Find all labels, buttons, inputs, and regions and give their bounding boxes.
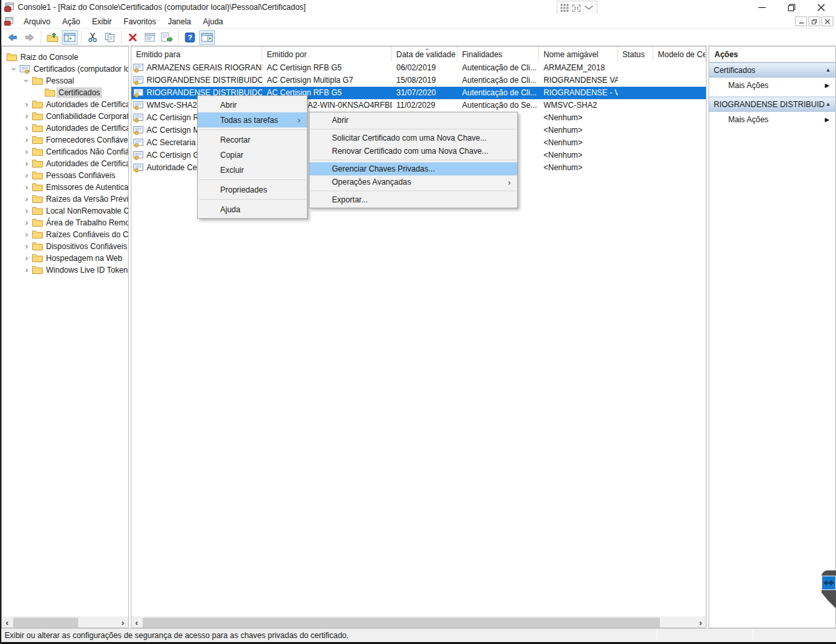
context-menu-item[interactable]: Ajuda — [198, 202, 307, 217]
menu-bar-item[interactable]: Arquivo — [18, 17, 57, 26]
scrollbar-thumb[interactable] — [13, 618, 78, 628]
tree-expander-icon[interactable] — [21, 134, 32, 146]
tree-expander-icon[interactable] — [21, 99, 32, 110]
submenu-item[interactable]: Renovar Certificado com uma Nova Chave..… — [310, 145, 517, 158]
submenu-item[interactable]: Abrir — [310, 114, 517, 127]
tree-item[interactable]: Raízes da Versão Prévia — [2, 193, 128, 205]
list-horizontal-scrollbar[interactable]: ‹ › — [131, 616, 706, 628]
tree-expander-icon[interactable] — [21, 146, 32, 158]
actions-section-header-certificados[interactable]: Certificados ▲ — [709, 62, 835, 78]
column-header[interactable]: Finalidades — [457, 47, 539, 62]
column-header[interactable]: Nome amigável — [539, 47, 618, 62]
chevron-down-icon[interactable] — [584, 5, 593, 11]
delete-button[interactable] — [125, 30, 141, 45]
scroll-left-icon[interactable]: ‹ — [131, 617, 142, 628]
child-close-button[interactable] — [822, 16, 833, 26]
help-button[interactable]: ? — [182, 30, 198, 45]
tree-expander-icon[interactable] — [21, 110, 32, 122]
submenu-item[interactable]: Exportar... — [310, 193, 517, 206]
submenu-item[interactable]: Solicitar Certificado com uma Nova Chave… — [310, 131, 517, 145]
actions-section-header-certificate[interactable]: RIOGRANDENSE DISTRIBUID... ▲ — [709, 97, 835, 112]
context-menu-item[interactable]: Excluir — [198, 162, 307, 177]
submenu-item[interactable]: Gerenciar Chaves Privadas... — [310, 162, 517, 175]
column-header[interactable]: Modelo de Cer — [653, 47, 706, 62]
tree-expander-icon[interactable] — [21, 181, 32, 193]
menu-bar-item[interactable]: Janela — [162, 17, 197, 26]
tree-item[interactable]: Emissores de Autenticaç — [2, 181, 128, 193]
tree-item[interactable]: Certificados — [2, 87, 128, 99]
tree-item[interactable]: Certificados (computador lo — [2, 63, 128, 75]
grid-icon[interactable] — [561, 4, 569, 12]
context-menu-item[interactable]: Todas as tarefas › — [198, 112, 307, 127]
column-header[interactable]: Status — [618, 47, 653, 62]
tree-item[interactable]: Confiabilidade Corporat — [2, 110, 128, 122]
fullscreen-icon[interactable] — [572, 4, 581, 12]
column-header[interactable]: Data de validade ⌃ — [392, 47, 457, 62]
restore-button[interactable] — [777, 0, 806, 14]
context-menu-item[interactable]: Abrir — [198, 97, 307, 112]
tree-item[interactable]: Autoridades de Certifica — [2, 99, 128, 110]
show-console-tree-button[interactable] — [62, 30, 78, 45]
tree-item[interactable]: Certificados Não Confiá — [2, 146, 128, 158]
tree-expander-icon[interactable] — [21, 75, 32, 87]
tree-expander-icon[interactable] — [21, 264, 32, 276]
menu-bar-item[interactable]: Favoritos — [118, 17, 162, 26]
properties-button[interactable] — [142, 30, 158, 45]
tree-expander-icon[interactable] — [21, 193, 32, 205]
context-menu-item[interactable]: Propriedades — [198, 182, 307, 197]
context-menu-item[interactable]: Copiar — [198, 147, 307, 162]
export-list-button[interactable] — [159, 30, 175, 45]
tree-expander-icon[interactable] — [21, 229, 32, 241]
tree-expander-icon[interactable] — [21, 170, 32, 181]
tree-item[interactable]: Hospedagem na Web — [2, 252, 128, 264]
tree-expander-icon[interactable] — [9, 63, 20, 75]
tree-item[interactable]: Windows Live ID Token — [2, 264, 128, 276]
tree-expander-icon[interactable] — [21, 205, 32, 217]
folder-icon — [32, 183, 44, 192]
tree-item[interactable]: Pessoal — [2, 75, 128, 87]
menu-bar-item[interactable]: Exibir — [86, 17, 118, 26]
menu-bar-item[interactable]: Ação — [57, 17, 86, 26]
scroll-right-icon[interactable]: › — [118, 617, 128, 628]
minimize-button[interactable] — [747, 0, 777, 14]
tree-expander-icon[interactable] — [21, 241, 32, 252]
close-button[interactable] — [806, 0, 836, 14]
tree-item[interactable]: Área de Trabalho Remot — [2, 217, 128, 229]
forward-button[interactable] — [22, 30, 37, 45]
tree-horizontal-scrollbar[interactable]: ‹ › — [2, 616, 128, 628]
more-actions-item[interactable]: Mais Ações ▶ — [709, 78, 835, 93]
up-one-level-button[interactable] — [45, 30, 60, 45]
tree-item[interactable]: Raiz do Console — [2, 51, 128, 63]
column-header[interactable]: Emitido por — [262, 47, 392, 62]
tree-item[interactable]: Raízes Confiáveis do Ca — [2, 229, 128, 241]
context-menu-item[interactable]: Recortar — [198, 132, 307, 147]
tree-expander-icon[interactable] — [21, 158, 32, 170]
child-restore-button[interactable] — [808, 16, 820, 26]
column-header[interactable]: Emitido para — [131, 47, 262, 62]
child-minimize-button[interactable] — [795, 16, 807, 26]
table-row[interactable]: ARMAZENS GERAIS RIOGRAND... AC Certisign… — [131, 62, 706, 74]
more-actions-item[interactable]: Mais Ações ▶ — [709, 112, 835, 127]
submenu-item[interactable]: Operações Avançadas › — [310, 175, 517, 189]
tree-item[interactable]: Local NonRemovable C — [2, 205, 128, 217]
cut-button[interactable] — [85, 30, 101, 45]
collapse-icon[interactable]: ▲ — [825, 67, 831, 73]
tree-expander-icon[interactable] — [21, 252, 32, 264]
teamviewer-session-toolbar[interactable] — [557, 1, 597, 15]
scroll-left-icon[interactable]: ‹ — [2, 617, 12, 628]
tree-item[interactable]: Autoridades de Certifica — [2, 158, 128, 170]
show-action-pane-button[interactable] — [199, 30, 215, 45]
tree-item[interactable]: Fornecedores Confiávei: — [2, 134, 128, 146]
tree-item[interactable]: Pessoas Confiáveis — [2, 170, 128, 181]
table-row[interactable]: RIOGRANDENSE DISTRIBUIDOR... AC Certisig… — [131, 74, 706, 87]
back-button[interactable] — [5, 30, 20, 45]
scrollbar-thumb[interactable] — [143, 618, 660, 628]
copy-button[interactable] — [102, 30, 118, 45]
collapse-icon[interactable]: ▲ — [825, 101, 831, 107]
menu-bar-item[interactable]: Ajuda — [197, 17, 229, 26]
tree-expander-icon[interactable] — [21, 217, 32, 229]
scroll-right-icon[interactable]: › — [695, 617, 706, 628]
tree-item[interactable]: Dispositivos Confiáveis — [2, 241, 128, 252]
tree-item[interactable]: Autoridades de Certifica — [2, 122, 128, 134]
tree-expander-icon[interactable] — [21, 122, 32, 134]
